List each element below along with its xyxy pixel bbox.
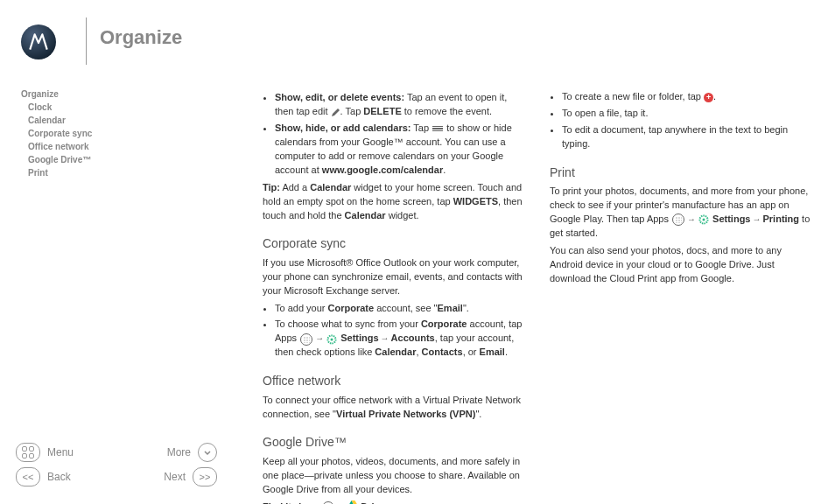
table-of-contents: Organize Clock Calendar Corporate sync O… [21, 88, 92, 179]
list-item: Show, hide, or add calendars: Tap to sho… [275, 122, 527, 178]
svg-point-3 [703, 219, 705, 221]
menu-icon [432, 126, 443, 132]
apps-icon [672, 214, 684, 226]
toc-item[interactable]: Clock [21, 101, 92, 114]
bold-text: Calendar [310, 182, 351, 192]
list-item: To create a new file or folder, tap +. [562, 90, 814, 104]
content-area: Show, edit, or delete events: Tap an eve… [263, 88, 814, 486]
back-button[interactable]: << Back [16, 467, 77, 486]
back-label: Back [47, 471, 71, 483]
tip-paragraph: Tip: Add a Calendar widget to your home … [263, 181, 527, 223]
menu-button[interactable]: Menu [16, 443, 77, 462]
toc-item[interactable]: Google Drive™ [21, 153, 92, 166]
heading-office-network: Office network [263, 372, 527, 389]
paragraph: You can also send your photos, docs, and… [550, 244, 814, 286]
list-item: To choose what to sync from your Corpora… [275, 318, 527, 360]
gear-icon [326, 334, 337, 345]
bold-text: Show, hide, or add calendars: [275, 122, 410, 133]
heading-corporate-sync: Corporate sync [263, 234, 527, 252]
paragraph: If you use Microsoft® Office Outlook on … [263, 256, 527, 298]
bold-text: Corporate [328, 303, 375, 313]
bold-text: Email [480, 346, 505, 357]
bold-text: Show, edit, or delete events: [275, 92, 404, 102]
paragraph: To print your photos, documents, and mor… [550, 185, 814, 241]
toc-item[interactable]: Calendar [21, 114, 92, 127]
svg-point-1 [331, 338, 333, 340]
gear-icon [698, 214, 709, 225]
list-item: To edit a document, tap anywhere in the … [562, 123, 814, 151]
more-label: More [167, 446, 191, 458]
column-1: Show, edit, or delete events: Tap an eve… [263, 88, 527, 486]
toc-item[interactable]: Office network [21, 140, 92, 153]
list-item: Show, edit, or delete events: Tap an eve… [275, 91, 527, 119]
find-it-line: Find it: Apps →Drive [263, 500, 527, 504]
list-item: To open a file, tap it. [562, 107, 814, 121]
arrow-icon: → [753, 214, 761, 227]
bold-text: WIDGETS [453, 196, 498, 206]
next-button[interactable]: Next >> [156, 467, 217, 486]
bold-text: Email [438, 303, 463, 313]
list-item: To add your Corporate account, see "Emai… [275, 302, 527, 316]
toc-item[interactable]: Corporate sync [21, 127, 92, 140]
drive-icon [347, 500, 359, 504]
heading-print: Print [550, 164, 814, 181]
bold-text: Calendar [375, 346, 416, 357]
heading-google-drive: Google Drive™ [263, 433, 527, 451]
bold-text: Calendar [345, 210, 386, 220]
bold-text: Corporate [421, 318, 467, 329]
paragraph: To connect your office network with a Vi… [263, 394, 527, 422]
add-icon: + [704, 93, 713, 102]
bold-text: Tip: [263, 182, 280, 192]
footer-nav: Menu More << Back Next >> [16, 443, 217, 486]
toc-item[interactable]: Print [21, 166, 92, 179]
arrow-icon: → [381, 332, 389, 346]
edit-icon [331, 108, 340, 117]
bold-text: Contacts [422, 346, 463, 357]
arrow-icon: → [315, 332, 324, 346]
bold-text: DELETE [363, 106, 401, 116]
next-label: Next [164, 471, 186, 483]
arrow-icon: → [687, 214, 696, 227]
bold-text: www.google.com/calendar [322, 164, 443, 175]
apps-icon [300, 333, 312, 346]
bold-text: Printing [763, 214, 800, 224]
page-title: Organize [100, 26, 182, 49]
bold-text: Settings [712, 214, 750, 224]
motorola-logo [21, 24, 56, 60]
header-divider [86, 18, 87, 65]
column-2: To create a new file or folder, tap +. T… [550, 88, 814, 486]
more-button[interactable]: More [156, 443, 217, 462]
bold-text: Settings [340, 332, 378, 343]
bold-text: Accounts [391, 332, 435, 343]
bold-text: Virtual Private Networks (VPN) [336, 409, 475, 419]
toc-section[interactable]: Organize [21, 88, 92, 101]
menu-label: Menu [47, 446, 74, 458]
paragraph: Keep all your photos, videos, documents,… [263, 455, 527, 497]
